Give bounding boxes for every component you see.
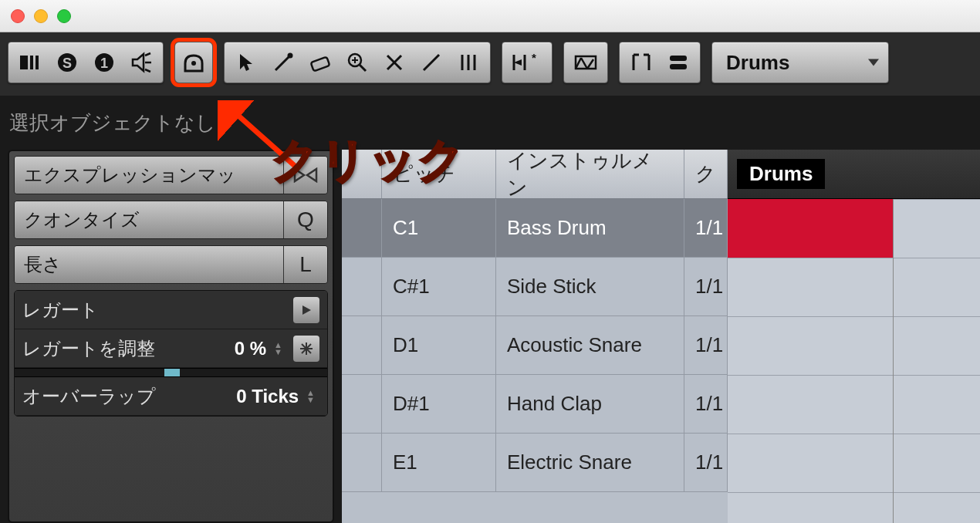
drumstick-tool-button[interactable] <box>174 42 213 83</box>
part-list-icon[interactable] <box>661 46 695 79</box>
svg-line-13 <box>275 56 289 70</box>
overlap-row[interactable]: オーバーラップ 0 Ticks ▲▼ <box>15 377 327 416</box>
svg-text:1: 1 <box>100 56 108 71</box>
legato-adjust-value: 0 % <box>235 338 269 359</box>
inspector-panel: エクスプレッションマッ クオンタイズ Q 長さ L レガート レガートを調整 <box>8 150 334 523</box>
toolbar-group-insert: * <box>502 42 553 83</box>
drum-table-row[interactable]: C1 Bass Drum 1/1 <box>342 199 728 258</box>
drum-row-instrument: Side Stick <box>496 258 684 315</box>
drum-map-table: ピッチ インストゥルメン ク C1 Bass Drum 1/1 C#1 Side… <box>342 150 728 523</box>
window-titlebar <box>0 0 980 32</box>
legato-slider[interactable] <box>15 368 327 377</box>
bowtie-icon <box>284 157 327 194</box>
toolbar-group-tools <box>224 42 491 83</box>
solo-button[interactable]: S <box>50 46 84 79</box>
timeline-ruler[interactable]: Drums <box>728 150 980 199</box>
svg-line-10 <box>145 69 150 72</box>
drum-row-pitch: D1 <box>382 316 496 374</box>
track-select-value: Drums <box>726 51 789 75</box>
freeze-icon[interactable] <box>293 336 319 362</box>
drum-row-instrument: Bass Drum <box>496 199 684 257</box>
svg-rect-0 <box>20 56 28 69</box>
drum-table-row[interactable]: D#1 Hand Clap 1/1 <box>342 375 728 434</box>
timewarp-tool-icon[interactable] <box>451 46 485 79</box>
toolbar-group-view: S 1 <box>8 42 164 83</box>
pointer-tool-icon[interactable] <box>229 46 263 79</box>
window-close-button[interactable] <box>11 9 25 23</box>
svg-marker-40 <box>295 169 304 181</box>
single-editor-button[interactable]: 1 <box>87 46 121 79</box>
selection-status-text: 選択オブジェクトなし <box>9 110 216 137</box>
overlap-value: 0 Ticks <box>236 386 302 407</box>
drum-table-row[interactable]: E1 Electric Snare 1/1 <box>342 434 728 492</box>
mute-tool-icon[interactable] <box>377 46 411 79</box>
svg-marker-41 <box>307 169 316 181</box>
drum-timeline[interactable]: Drums <box>728 150 980 523</box>
part-name-label: Drums <box>737 159 825 189</box>
drum-row-q: 1/1 <box>684 258 728 315</box>
window-maximize-button[interactable] <box>57 9 71 23</box>
window-layout-icon[interactable] <box>13 46 47 79</box>
svg-rect-38 <box>670 56 687 61</box>
drumstick-icon[interactable] <box>266 46 300 79</box>
svg-rect-39 <box>670 64 687 69</box>
legato-row[interactable]: レガート <box>15 291 327 329</box>
drum-table-header: ピッチ インストゥルメン ク <box>342 150 728 199</box>
inspector-item-label: エクスプレッションマッ <box>15 157 284 194</box>
svg-marker-42 <box>302 305 311 315</box>
drum-table-row[interactable]: C#1 Side Stick 1/1 <box>342 258 728 316</box>
drum-row-pitch: E1 <box>382 434 496 491</box>
drum-row-q: 1/1 <box>684 375 728 433</box>
svg-rect-15 <box>311 57 330 72</box>
length-cap-icon: L <box>284 246 327 283</box>
svg-rect-2 <box>35 56 39 69</box>
autoscroll-icon[interactable] <box>569 46 603 79</box>
legato-label: レガート <box>22 298 99 322</box>
timeline-gridline <box>893 199 894 523</box>
drum-col-quantize[interactable]: ク <box>684 150 728 198</box>
insert-velocity-icon[interactable]: * <box>507 46 541 79</box>
svg-marker-7 <box>133 54 144 71</box>
toolbar-group-parts <box>619 42 701 83</box>
track-select-dropdown[interactable]: Drums <box>711 42 889 83</box>
drum-row-instrument: Acoustic Snare <box>496 316 684 374</box>
svg-line-33 <box>587 59 593 69</box>
drum-row-instrument: Hand Clap <box>496 375 684 433</box>
inspector-length[interactable]: 長さ L <box>14 245 328 284</box>
drum-table-row[interactable]: D1 Acoustic Snare 1/1 <box>342 316 728 375</box>
svg-text:S: S <box>63 56 72 71</box>
drum-note[interactable] <box>728 199 893 258</box>
window-minimize-button[interactable] <box>34 9 48 23</box>
svg-line-32 <box>581 58 587 69</box>
svg-point-14 <box>288 53 293 59</box>
drum-row-pitch: D#1 <box>382 375 496 433</box>
drum-row-instrument: Electric Snare <box>496 434 684 491</box>
show-part-borders-icon[interactable] <box>624 46 658 79</box>
inspector-quantize[interactable]: クオンタイズ Q <box>14 201 328 239</box>
erase-tool-icon[interactable] <box>303 46 337 79</box>
drum-row-pitch: C1 <box>382 199 496 257</box>
spinner-icon[interactable]: ▲▼ <box>274 342 282 356</box>
inspector-expression-map[interactable]: エクスプレッションマッ <box>14 156 328 194</box>
drum-col-pitch[interactable]: ピッチ <box>382 150 496 198</box>
zoom-tool-icon[interactable] <box>340 46 374 79</box>
inspector-length-subpanel: レガート レガートを調整 0 % ▲▼ オーバーラップ 0 Ticks ▲▼ <box>14 290 328 417</box>
info-bar: 選択オブジェクトなし <box>0 96 980 150</box>
quantize-cap-icon: Q <box>284 201 327 238</box>
toolbar: S 1 <box>0 32 980 96</box>
drum-col-select[interactable] <box>342 150 382 198</box>
drum-col-instrument[interactable]: インストゥルメン <box>496 150 684 198</box>
legato-adjust-row[interactable]: レガートを調整 0 % ▲▼ <box>15 329 327 368</box>
spinner-icon[interactable]: ▲▼ <box>306 390 315 403</box>
svg-marker-12 <box>240 54 252 71</box>
acoustic-feedback-icon[interactable] <box>124 46 158 79</box>
drum-row-pitch: C#1 <box>382 258 496 315</box>
legato-adjust-label: レガートを調整 <box>22 336 155 361</box>
line-tool-icon[interactable] <box>414 46 448 79</box>
drum-row-q: 1/1 <box>684 199 728 257</box>
inspector-item-label: クオンタイズ <box>15 201 284 238</box>
drum-row-q: 1/1 <box>684 316 728 374</box>
svg-line-22 <box>424 55 439 70</box>
svg-point-11 <box>191 61 196 66</box>
play-icon[interactable] <box>293 297 319 323</box>
